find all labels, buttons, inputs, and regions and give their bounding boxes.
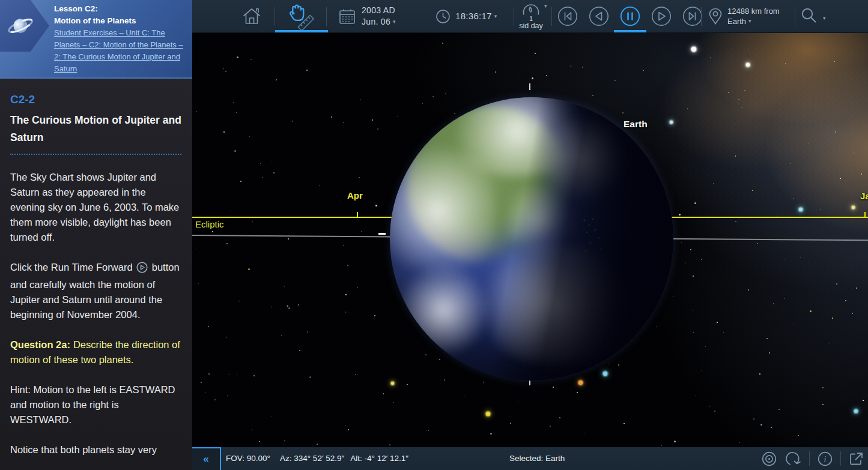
bright-star — [578, 381, 583, 385]
home-icon — [241, 7, 262, 26]
step-back-icon — [589, 6, 609, 26]
selected-object-readout: Selected: Earth — [509, 454, 565, 463]
clock-icon — [435, 8, 451, 25]
planetarium-app: Lesson C2: Motion of the Planets Student… — [0, 0, 868, 470]
chevron-down-icon: ▾ — [748, 18, 751, 24]
center-target-icon — [761, 451, 777, 467]
lesson-code: C2-2 — [10, 92, 181, 107]
bright-star — [854, 409, 858, 413]
date-era: 2003 AD — [362, 5, 396, 16]
bright-star — [670, 121, 673, 124]
bright-star — [486, 412, 490, 416]
location-line2: Earth▾ — [727, 16, 780, 26]
bright-star — [603, 372, 607, 376]
fov-readout: FOV: 90.00° — [226, 454, 270, 463]
lesson-divider — [10, 154, 181, 155]
skip-to-start-button[interactable] — [557, 6, 578, 26]
statusbar-divider — [840, 451, 841, 466]
orbit-icon — [785, 451, 802, 467]
lesson-paragraph-2: Click the Run Time Forward button and ca… — [10, 260, 181, 322]
time-rate-gauge-icon — [521, 3, 541, 16]
ecliptic-tick-apr — [357, 212, 358, 217]
date-display[interactable]: 2003 AD Jun. 06▾ — [362, 5, 396, 28]
skip-to-end-button[interactable] — [682, 6, 703, 26]
partial-paragraph: Notice that both planets stay very — [10, 442, 181, 457]
question-2a: Question 2a:Describe the direction of mo… — [10, 337, 181, 367]
earth-label: Earth — [624, 119, 648, 130]
sidebar-collapse-button[interactable]: « — [192, 447, 221, 470]
pause-button[interactable] — [620, 6, 640, 26]
open-external-button[interactable] — [848, 451, 864, 467]
play-button[interactable] — [651, 6, 672, 26]
center-target-button[interactable] — [761, 451, 777, 467]
az-readout: Az: 334° 52′ 52.9″ — [280, 454, 344, 463]
lesson-header-line1: Lesson C2: — [54, 3, 191, 15]
time-button[interactable] — [435, 8, 451, 27]
rate-unit: sid day — [513, 22, 549, 30]
location-button[interactable] — [707, 7, 724, 28]
toolbar-divider — [275, 7, 275, 26]
top-toolbar: 2003 AD Jun. 06▾ 18:36:17▾ — [192, 0, 868, 33]
lesson-badge — [0, 0, 49, 52]
lesson-body: C2-2 The Curious Motion of Jupiter and S… — [0, 79, 192, 470]
alt-readout: Alt: -4° 12′ 12.1″ — [350, 454, 408, 463]
search-icon — [800, 7, 819, 26]
bright-star — [691, 47, 696, 52]
chevron-down-icon: ▾ — [544, 3, 547, 9]
lesson-title: The Curious Motion of Jupiter and Saturn — [10, 112, 181, 146]
paragraph-2-text-before: Click the Run Time Forward — [10, 262, 133, 273]
play-icon — [651, 6, 672, 26]
skip-to-end-icon — [682, 6, 703, 26]
chevron-down-icon: ▾ — [494, 13, 497, 19]
main-view: 2003 AD Jun. 06▾ 18:36:17▾ — [192, 0, 868, 470]
step-back-button[interactable] — [589, 6, 609, 26]
toolbar-divider — [551, 7, 552, 26]
home-button[interactable] — [241, 7, 262, 29]
toolbar-divider — [701, 7, 702, 26]
lesson-breadcrumb-link[interactable]: Student Exercises – Unit C: The Planets … — [54, 28, 183, 73]
toolbar-divider — [795, 7, 795, 26]
ecliptic-tick-jan — [864, 212, 866, 217]
info-button[interactable]: i — [817, 451, 833, 467]
run-time-forward-inline-icon — [136, 262, 148, 277]
hint-text: Hint: Motion to the left is EASTWARD and… — [10, 382, 181, 427]
search-button[interactable]: ▾ — [800, 7, 819, 28]
question-label: Question 2a: — [10, 339, 70, 350]
sky[interactable]: Apr Jan Ecliptic Earth — [192, 33, 868, 447]
chevron-down-icon: ▾ — [823, 15, 826, 21]
equator-tick — [378, 233, 386, 235]
lesson-header-line2: Motion of the Planets — [54, 15, 191, 27]
bright-star — [391, 382, 394, 385]
lesson-sidebar: Lesson C2: Motion of the Planets Student… — [0, 0, 192, 470]
chevron-down-icon: ▾ — [393, 19, 396, 25]
earth-night-side — [390, 97, 673, 381]
lesson-paragraph-1: The Sky Chart shows Jupiter and Saturn a… — [10, 170, 181, 245]
orbit-button[interactable] — [785, 451, 802, 467]
month-label-apr: Apr — [347, 190, 363, 200]
location-line1: 12488 km from — [727, 6, 780, 16]
month-label-jan: Jan — [860, 191, 868, 201]
calendar-button[interactable] — [338, 8, 356, 28]
pause-icon — [620, 6, 640, 26]
toolbar-divider — [326, 7, 327, 26]
open-external-icon — [848, 451, 864, 467]
status-bar: « FOV: 90.00°Az: 334° 52′ 52.9″Alt: -4° … — [192, 447, 868, 470]
location-display[interactable]: 12488 km from Earth▾ — [727, 6, 780, 26]
time-rate-control[interactable]: ▾ 1 sid day — [517, 2, 551, 33]
bright-star — [852, 206, 855, 209]
pause-active-indicator — [614, 30, 646, 32]
bright-star — [799, 208, 803, 211]
earth-globe[interactable] — [390, 97, 673, 381]
info-icon: i — [817, 451, 833, 467]
skip-to-start-icon — [557, 6, 578, 26]
hand-tool-active-indicator — [275, 30, 328, 32]
svg-text:i: i — [824, 455, 827, 464]
time-display[interactable]: 18:36:17▾ — [455, 11, 497, 21]
view-readout: FOV: 90.00°Az: 334° 52′ 52.9″Alt: -4° 12… — [226, 454, 414, 463]
statusbar-divider — [809, 451, 810, 466]
calendar-icon — [338, 8, 356, 25]
date-day: Jun. 06▾ — [362, 16, 396, 28]
hand-tool-button[interactable] — [282, 1, 324, 33]
ecliptic-label: Ecliptic — [195, 219, 224, 229]
lesson-header: Lesson C2: Motion of the Planets Student… — [0, 0, 192, 79]
